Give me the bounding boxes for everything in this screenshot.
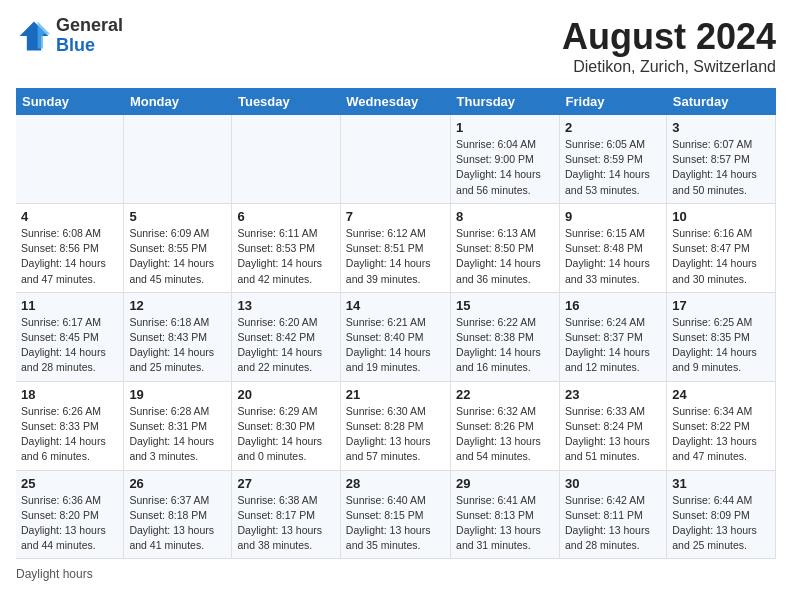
calendar-day-cell: 23Sunrise: 6:33 AM Sunset: 8:24 PM Dayli… [560, 381, 667, 470]
calendar-header-day: Tuesday [232, 88, 340, 115]
calendar-day-cell: 3Sunrise: 6:07 AM Sunset: 8:57 PM Daylig… [667, 115, 776, 203]
day-info: Sunrise: 6:26 AM Sunset: 8:33 PM Dayligh… [21, 404, 118, 465]
day-number: 3 [672, 120, 770, 135]
calendar-day-cell: 31Sunrise: 6:44 AM Sunset: 8:09 PM Dayli… [667, 470, 776, 559]
day-info: Sunrise: 6:34 AM Sunset: 8:22 PM Dayligh… [672, 404, 770, 465]
day-info: Sunrise: 6:16 AM Sunset: 8:47 PM Dayligh… [672, 226, 770, 287]
day-info: Sunrise: 6:40 AM Sunset: 8:15 PM Dayligh… [346, 493, 445, 554]
day-number: 4 [21, 209, 118, 224]
calendar-day-cell: 21Sunrise: 6:30 AM Sunset: 8:28 PM Dayli… [340, 381, 450, 470]
footer-text: Daylight hours [16, 567, 93, 581]
title-block: August 2024 Dietikon, Zurich, Switzerlan… [562, 16, 776, 76]
day-number: 13 [237, 298, 334, 313]
day-info: Sunrise: 6:12 AM Sunset: 8:51 PM Dayligh… [346, 226, 445, 287]
calendar-day-cell: 13Sunrise: 6:20 AM Sunset: 8:42 PM Dayli… [232, 292, 340, 381]
day-number: 5 [129, 209, 226, 224]
calendar-header-day: Sunday [16, 88, 124, 115]
day-number: 29 [456, 476, 554, 491]
day-info: Sunrise: 6:07 AM Sunset: 8:57 PM Dayligh… [672, 137, 770, 198]
calendar-header-day: Monday [124, 88, 232, 115]
calendar-day-cell: 29Sunrise: 6:41 AM Sunset: 8:13 PM Dayli… [451, 470, 560, 559]
calendar-day-cell: 30Sunrise: 6:42 AM Sunset: 8:11 PM Dayli… [560, 470, 667, 559]
day-info: Sunrise: 6:13 AM Sunset: 8:50 PM Dayligh… [456, 226, 554, 287]
day-number: 26 [129, 476, 226, 491]
day-number: 14 [346, 298, 445, 313]
day-info: Sunrise: 6:22 AM Sunset: 8:38 PM Dayligh… [456, 315, 554, 376]
page-title: August 2024 [562, 16, 776, 58]
calendar-week-row: 18Sunrise: 6:26 AM Sunset: 8:33 PM Dayli… [16, 381, 776, 470]
calendar-day-cell: 7Sunrise: 6:12 AM Sunset: 8:51 PM Daylig… [340, 203, 450, 292]
day-number: 25 [21, 476, 118, 491]
day-info: Sunrise: 6:42 AM Sunset: 8:11 PM Dayligh… [565, 493, 661, 554]
calendar-day-cell: 2Sunrise: 6:05 AM Sunset: 8:59 PM Daylig… [560, 115, 667, 203]
logo: General Blue [16, 16, 123, 56]
calendar-day-cell: 16Sunrise: 6:24 AM Sunset: 8:37 PM Dayli… [560, 292, 667, 381]
day-number: 15 [456, 298, 554, 313]
day-number: 6 [237, 209, 334, 224]
day-info: Sunrise: 6:44 AM Sunset: 8:09 PM Dayligh… [672, 493, 770, 554]
day-info: Sunrise: 6:38 AM Sunset: 8:17 PM Dayligh… [237, 493, 334, 554]
day-info: Sunrise: 6:17 AM Sunset: 8:45 PM Dayligh… [21, 315, 118, 376]
day-info: Sunrise: 6:28 AM Sunset: 8:31 PM Dayligh… [129, 404, 226, 465]
day-number: 30 [565, 476, 661, 491]
logo-blue-text: Blue [56, 35, 95, 55]
calendar-day-cell [340, 115, 450, 203]
day-info: Sunrise: 6:30 AM Sunset: 8:28 PM Dayligh… [346, 404, 445, 465]
day-info: Sunrise: 6:25 AM Sunset: 8:35 PM Dayligh… [672, 315, 770, 376]
calendar-day-cell: 10Sunrise: 6:16 AM Sunset: 8:47 PM Dayli… [667, 203, 776, 292]
day-number: 8 [456, 209, 554, 224]
calendar-day-cell: 11Sunrise: 6:17 AM Sunset: 8:45 PM Dayli… [16, 292, 124, 381]
calendar-day-cell: 12Sunrise: 6:18 AM Sunset: 8:43 PM Dayli… [124, 292, 232, 381]
day-number: 24 [672, 387, 770, 402]
page-subtitle: Dietikon, Zurich, Switzerland [562, 58, 776, 76]
calendar-day-cell: 1Sunrise: 6:04 AM Sunset: 9:00 PM Daylig… [451, 115, 560, 203]
day-info: Sunrise: 6:20 AM Sunset: 8:42 PM Dayligh… [237, 315, 334, 376]
logo-general-text: General [56, 15, 123, 35]
calendar-day-cell: 27Sunrise: 6:38 AM Sunset: 8:17 PM Dayli… [232, 470, 340, 559]
calendar-day-cell [124, 115, 232, 203]
calendar-day-cell: 8Sunrise: 6:13 AM Sunset: 8:50 PM Daylig… [451, 203, 560, 292]
day-info: Sunrise: 6:37 AM Sunset: 8:18 PM Dayligh… [129, 493, 226, 554]
calendar-day-cell: 17Sunrise: 6:25 AM Sunset: 8:35 PM Dayli… [667, 292, 776, 381]
day-number: 22 [456, 387, 554, 402]
day-info: Sunrise: 6:11 AM Sunset: 8:53 PM Dayligh… [237, 226, 334, 287]
calendar-header-day: Thursday [451, 88, 560, 115]
day-info: Sunrise: 6:36 AM Sunset: 8:20 PM Dayligh… [21, 493, 118, 554]
calendar-day-cell: 15Sunrise: 6:22 AM Sunset: 8:38 PM Dayli… [451, 292, 560, 381]
day-number: 9 [565, 209, 661, 224]
day-number: 18 [21, 387, 118, 402]
page-header: General Blue August 2024 Dietikon, Zuric… [16, 16, 776, 76]
calendar-day-cell: 22Sunrise: 6:32 AM Sunset: 8:26 PM Dayli… [451, 381, 560, 470]
logo-icon [16, 18, 52, 54]
calendar-week-row: 25Sunrise: 6:36 AM Sunset: 8:20 PM Dayli… [16, 470, 776, 559]
calendar-table: SundayMondayTuesdayWednesdayThursdayFrid… [16, 88, 776, 559]
day-info: Sunrise: 6:05 AM Sunset: 8:59 PM Dayligh… [565, 137, 661, 198]
day-info: Sunrise: 6:24 AM Sunset: 8:37 PM Dayligh… [565, 315, 661, 376]
day-info: Sunrise: 6:09 AM Sunset: 8:55 PM Dayligh… [129, 226, 226, 287]
day-number: 20 [237, 387, 334, 402]
day-number: 19 [129, 387, 226, 402]
calendar-day-cell: 6Sunrise: 6:11 AM Sunset: 8:53 PM Daylig… [232, 203, 340, 292]
day-number: 17 [672, 298, 770, 313]
calendar-day-cell: 24Sunrise: 6:34 AM Sunset: 8:22 PM Dayli… [667, 381, 776, 470]
day-info: Sunrise: 6:18 AM Sunset: 8:43 PM Dayligh… [129, 315, 226, 376]
calendar-day-cell: 26Sunrise: 6:37 AM Sunset: 8:18 PM Dayli… [124, 470, 232, 559]
calendar-day-cell: 20Sunrise: 6:29 AM Sunset: 8:30 PM Dayli… [232, 381, 340, 470]
calendar-header-day: Saturday [667, 88, 776, 115]
calendar-day-cell: 14Sunrise: 6:21 AM Sunset: 8:40 PM Dayli… [340, 292, 450, 381]
day-number: 27 [237, 476, 334, 491]
day-info: Sunrise: 6:41 AM Sunset: 8:13 PM Dayligh… [456, 493, 554, 554]
day-number: 23 [565, 387, 661, 402]
calendar-week-row: 1Sunrise: 6:04 AM Sunset: 9:00 PM Daylig… [16, 115, 776, 203]
calendar-day-cell [232, 115, 340, 203]
calendar-week-row: 11Sunrise: 6:17 AM Sunset: 8:45 PM Dayli… [16, 292, 776, 381]
calendar-header-day: Wednesday [340, 88, 450, 115]
calendar-day-cell: 18Sunrise: 6:26 AM Sunset: 8:33 PM Dayli… [16, 381, 124, 470]
day-info: Sunrise: 6:33 AM Sunset: 8:24 PM Dayligh… [565, 404, 661, 465]
day-number: 28 [346, 476, 445, 491]
calendar-day-cell: 4Sunrise: 6:08 AM Sunset: 8:56 PM Daylig… [16, 203, 124, 292]
day-info: Sunrise: 6:29 AM Sunset: 8:30 PM Dayligh… [237, 404, 334, 465]
day-number: 2 [565, 120, 661, 135]
day-number: 16 [565, 298, 661, 313]
day-number: 31 [672, 476, 770, 491]
